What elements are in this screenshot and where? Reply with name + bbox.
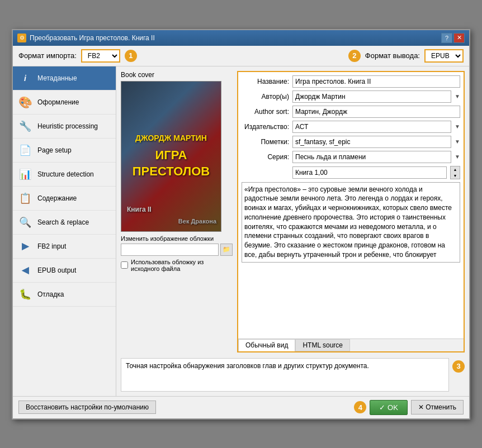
series-dropdown-arrow[interactable]: ▼ (455, 154, 460, 160)
output-format-label: Формат вывода: (365, 51, 420, 60)
field-row-publisher: Издательство: ▼ (242, 121, 460, 133)
badge-3: 3 (452, 360, 465, 373)
metadata-fields: Название: Автор(ы) ▼ Author sort: (238, 72, 464, 339)
tabs-row: Обычный вид HTML source (238, 339, 464, 351)
field-row-series: Серия: ▼ (242, 151, 460, 163)
title-bar: ⚙ Преобразовать Игра престолов. Книга II… (13, 30, 469, 46)
cover-browse-button[interactable]: 📁 (220, 244, 233, 256)
main-panel: Book cover ДЖОРДЖ МАРТИН ИГРА ПРЕСТОЛОВ … (116, 66, 469, 396)
title-bar-left: ⚙ Преобразовать Игра престолов. Книга II (17, 34, 155, 42)
cover-extra: Век Дракона (178, 217, 216, 225)
cover-path-input[interactable] (121, 244, 219, 256)
field-row-tags: Пометки: ▼ (242, 136, 460, 148)
import-format-group: Формат импорта: FB2 1 (18, 49, 137, 63)
ok-button[interactable]: ✓ OK (370, 400, 407, 415)
hint-box: Точная настройка обнаружения заголовков … (121, 358, 449, 392)
sidebar-item-heuristic[interactable]: 🔧 Heuristic processing (13, 115, 116, 139)
hint-row: Точная настройка обнаружения заголовков … (121, 358, 465, 392)
import-format-label: Формат импорта: (18, 51, 77, 60)
upper-section: Book cover ДЖОРДЖ МАРТИН ИГРА ПРЕСТОЛОВ … (121, 71, 465, 352)
book-cover-label: Book cover (121, 71, 233, 79)
book-cover-image: ДЖОРДЖ МАРТИН ИГРА ПРЕСТОЛОВ Книга II Ве… (121, 81, 221, 232)
book-cover-section: Book cover ДЖОРДЖ МАРТИН ИГРА ПРЕСТОЛОВ … (121, 71, 233, 352)
use-original-cover-checkbox[interactable] (121, 261, 128, 269)
field-row-author-sort: Author sort: (242, 106, 460, 118)
restore-defaults-button[interactable]: Восстановить настройки по-умолчанию (18, 401, 156, 414)
series-number-input[interactable] (292, 166, 447, 179)
cancel-button[interactable]: ✕ Отменить (411, 400, 464, 414)
sidebar-label-design: Оформление (37, 98, 79, 106)
app-icon: ⚙ (17, 34, 26, 42)
content-area: i Метаданные 🎨 Оформление 🔧 Heuristic pr… (13, 66, 469, 396)
tab-html-source[interactable]: HTML source (295, 339, 350, 351)
heuristic-icon: 🔧 (17, 118, 33, 134)
field-label-title: Название: (242, 78, 289, 85)
cover-title1: ИГРА (133, 147, 210, 164)
field-input-series[interactable] (292, 151, 451, 163)
window-title: Преобразовать Игра престолов. Книга II (30, 34, 155, 42)
author-dropdown-arrow[interactable]: ▼ (455, 93, 460, 99)
field-input-author[interactable] (292, 90, 451, 103)
structure-icon: 📊 (17, 166, 33, 182)
series-spinner: ▲ ▼ (450, 166, 460, 179)
cover-input-row: 📁 (121, 244, 233, 256)
publisher-dropdown-arrow[interactable]: ▼ (455, 123, 460, 130)
title-bar-buttons: ? ✕ (441, 33, 465, 43)
cover-author: ДЖОРДЖ МАРТИН (133, 133, 210, 143)
field-input-publisher[interactable] (292, 121, 451, 133)
series-decrement-button[interactable]: ▼ (451, 173, 460, 179)
tags-dropdown-arrow[interactable]: ▼ (455, 139, 460, 145)
field-input-tags[interactable] (292, 136, 451, 148)
fb2input-icon: ▶ (17, 239, 33, 254)
sidebar-label-search: Search & replace (37, 218, 89, 226)
output-format-group: 2 Формат вывода: EPUB (348, 49, 464, 63)
cover-title2: ПРЕСТОЛОВ (133, 164, 210, 180)
search-icon: 🔍 (17, 215, 33, 230)
sidebar-item-metadata[interactable]: i Метаданные (13, 66, 116, 90)
sidebar-item-structure[interactable]: 📊 Structure detection (13, 163, 116, 187)
sidebar-item-design[interactable]: 🎨 Оформление (13, 90, 116, 115)
main-window: ⚙ Преобразовать Игра престолов. Книга II… (12, 29, 470, 420)
field-input-author-sort[interactable] (292, 106, 460, 118)
field-input-title[interactable] (292, 75, 460, 88)
sidebar-item-epuboutput[interactable]: ◀ EPUB output (13, 259, 116, 283)
cover-change-label: Изменить изображение обложки (121, 235, 233, 242)
cover-checkbox-row: Использовать обложку из исходного файла (121, 259, 233, 272)
field-label-series: Серия: (242, 153, 289, 161)
pagesetup-icon: 📄 (17, 142, 33, 158)
field-row-author: Автор(ы) ▼ (242, 90, 460, 103)
bottom-row: Восстановить настройки по-умолчанию 4 ✓ … (13, 396, 469, 418)
tab-normal-view[interactable]: Обычный вид (238, 339, 295, 351)
output-format-select[interactable]: EPUB (424, 49, 464, 63)
field-label-author-sort: Author sort: (242, 108, 289, 116)
debug-icon: 🐛 (17, 287, 33, 302)
sidebar-item-search[interactable]: 🔍 Search & replace (13, 211, 116, 235)
epuboutput-icon: ◀ (17, 263, 33, 278)
toolbar: Формат импорта: FB2 1 2 Формат вывода: E… (13, 46, 469, 66)
book-cover-text: ДЖОРДЖ МАРТИН ИГРА ПРЕСТОЛОВ Книга II Ве… (133, 133, 210, 179)
description-area[interactable]: «Игра престолов» – это суровые земли веч… (242, 182, 460, 263)
help-button[interactable]: ? (441, 33, 452, 43)
hint-text: Точная настройка обнаружения заголовков … (126, 362, 369, 370)
action-buttons: 4 ✓ OK ✕ Отменить (354, 400, 464, 415)
sidebar-label-debug: Отладка (37, 290, 64, 298)
badge-4: 4 (354, 401, 366, 413)
series-number-row: ▲ ▼ (242, 166, 460, 179)
sidebar-label-metadata: Метаданные (37, 74, 77, 82)
sidebar-item-pagesetup[interactable]: 📄 Page setup (13, 139, 116, 163)
badge-2: 2 (348, 50, 361, 62)
close-button[interactable]: ✕ (453, 33, 465, 43)
field-row-title: Название: (242, 75, 460, 88)
import-format-select[interactable]: FB2 (81, 49, 120, 63)
sidebar-label-epuboutput: EPUB output (37, 266, 76, 274)
sidebar-item-fb2input[interactable]: ▶ FB2 input (13, 235, 116, 259)
sidebar-item-debug[interactable]: 🐛 Отладка (13, 283, 116, 307)
series-increment-button[interactable]: ▲ (451, 166, 460, 173)
sidebar: i Метаданные 🎨 Оформление 🔧 Heuristic pr… (13, 66, 116, 396)
use-original-cover-label: Использовать обложку из исходного файла (131, 259, 233, 272)
sidebar-item-contents[interactable]: 📋 Содержание (13, 187, 116, 211)
cover-subtitle: Книга II (127, 206, 152, 215)
field-label-author: Автор(ы) (242, 93, 289, 101)
sidebar-label-contents: Содержание (37, 194, 77, 202)
sidebar-label-pagesetup: Page setup (37, 146, 72, 154)
